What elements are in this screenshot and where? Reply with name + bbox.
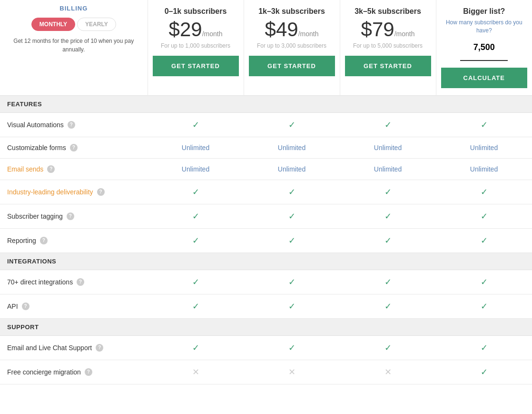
feature-col1: ✓: [148, 294, 244, 318]
feature-col1: ✓: [148, 204, 244, 228]
check-icon: ✓: [192, 302, 199, 311]
unlimited-value: Unlimited: [470, 144, 498, 151]
feature-col1: ✓: [148, 335, 244, 360]
feature-col1: Unlimited: [148, 137, 244, 158]
feature-name: API: [7, 303, 18, 310]
feature-col2: ✓: [244, 228, 340, 252]
plan-3-price: $79/month: [361, 20, 415, 40]
feature-col4: ✓: [436, 294, 532, 318]
feature-col1: ✓: [148, 112, 244, 137]
info-icon[interactable]: ?: [40, 237, 48, 244]
billing-note: Get 12 months for the price of 10 when y…: [7, 37, 140, 54]
info-icon[interactable]: ?: [70, 144, 78, 151]
unlimited-value: Unlimited: [278, 165, 305, 173]
feature-col3: Unlimited: [340, 158, 436, 180]
feature-label-cell: 70+ direct integrations ?: [0, 270, 148, 294]
table-row: API ? ✓ ✓ ✓ ✓: [0, 294, 532, 318]
unlimited-value: Unlimited: [278, 144, 305, 151]
info-icon[interactable]: ?: [97, 188, 105, 196]
feature-col1: ✓: [148, 180, 244, 204]
feature-col1: ✓: [148, 270, 244, 294]
feature-name: Email and Live Chat Support: [7, 344, 92, 352]
plan-col-2: 1k–3k subscribers $49/month For up to 3,…: [244, 0, 340, 95]
bigger-subtitle: How many subscribers do you have?: [441, 19, 528, 35]
check-icon: ✓: [288, 302, 296, 311]
info-icon[interactable]: ?: [96, 344, 103, 352]
info-icon[interactable]: ?: [77, 278, 84, 286]
feature-label-cell: Email and Live Chat Support ?: [0, 335, 148, 360]
feature-col3: ✓: [340, 335, 436, 360]
check-icon: ✓: [384, 212, 392, 221]
check-icon: ✓: [481, 277, 488, 287]
info-icon[interactable]: ?: [67, 212, 74, 220]
check-icon: ✓: [192, 236, 199, 245]
feature-col3: Unlimited: [340, 137, 436, 158]
bigger-title: Bigger list?: [441, 7, 528, 16]
feature-label-cell: Subscriber tagging ?: [0, 204, 148, 228]
unlimited-value: Unlimited: [374, 165, 402, 173]
yearly-toggle[interactable]: YEARLY: [77, 18, 116, 31]
feature-col2: ✓: [244, 204, 340, 228]
check-icon: ✓: [481, 236, 488, 245]
check-icon: ✓: [288, 212, 296, 221]
subscriber-count-input[interactable]: [460, 40, 508, 54]
check-icon: ✓: [288, 343, 296, 353]
billing-toggle[interactable]: MONTHLY YEARLY: [7, 18, 140, 31]
check-icon: ✓: [192, 212, 199, 221]
feature-col4: ✓: [436, 180, 532, 204]
check-icon: ✓: [288, 277, 296, 287]
cross-icon: ✕: [288, 367, 296, 377]
table-row: Visual Automations ? ✓ ✓ ✓ ✓: [0, 112, 532, 137]
plan-2-price: $49/month: [265, 20, 319, 40]
feature-name: Visual Automations: [7, 121, 64, 129]
info-icon[interactable]: ?: [68, 121, 75, 129]
feature-col3: ✓: [340, 228, 436, 252]
check-icon: ✓: [384, 120, 392, 130]
feature-col3: ✓: [340, 180, 436, 204]
calculate-button[interactable]: CALCULATE: [441, 68, 528, 88]
feature-col3: ✓: [340, 112, 436, 137]
feature-label-cell: API ?: [0, 294, 148, 318]
plan-2-cta[interactable]: GET STARTED: [249, 56, 335, 76]
info-icon[interactable]: ?: [22, 303, 30, 310]
table-row: Reporting ? ✓ ✓ ✓ ✓: [0, 228, 532, 252]
feature-col2: ✓: [244, 335, 340, 360]
check-icon: ✓: [384, 343, 392, 353]
feature-col3: ✓: [340, 204, 436, 228]
check-icon: ✓: [481, 302, 488, 311]
table-row: Subscriber tagging ? ✓ ✓ ✓ ✓: [0, 204, 532, 228]
table-row: Industry-leading deliverability ? ✓ ✓ ✓ …: [0, 180, 532, 204]
feature-col1: ✕: [148, 360, 244, 384]
check-icon: ✓: [192, 120, 199, 130]
feature-name: Email sends: [7, 165, 43, 173]
billing-title: BILLING: [7, 5, 140, 12]
check-icon: ✓: [288, 187, 296, 197]
feature-name: 70+ direct integrations: [7, 278, 73, 286]
plan-3-subtext: For up to 5,000 subscribers: [345, 42, 431, 49]
feature-col3: ✓: [340, 294, 436, 318]
section-header-1: INTEGRATIONS: [0, 252, 532, 270]
feature-col4: ✓: [436, 204, 532, 228]
plan-1-cta[interactable]: GET STARTED: [153, 56, 239, 76]
feature-name: Customizable forms: [7, 144, 66, 151]
info-icon[interactable]: ?: [85, 368, 92, 376]
feature-col4: Unlimited: [436, 158, 532, 180]
feature-col2: Unlimited: [244, 158, 340, 180]
plan-1-name: 0–1k subscribers: [153, 7, 239, 16]
feature-name: Industry-leading deliverability: [7, 188, 93, 196]
unlimited-value: Unlimited: [182, 165, 209, 173]
feature-label-cell: Email sends ?: [0, 158, 148, 180]
monthly-toggle[interactable]: MONTHLY: [31, 18, 75, 31]
feature-name: Free concierge migration: [7, 368, 81, 376]
check-icon: ✓: [192, 277, 199, 287]
unlimited-value: Unlimited: [182, 144, 209, 151]
feature-col4: ✓: [436, 270, 532, 294]
plan-3-cta[interactable]: GET STARTED: [345, 56, 431, 76]
feature-label-cell: Free concierge migration ?: [0, 360, 148, 384]
check-icon: ✓: [384, 277, 392, 287]
feature-col2: ✓: [244, 270, 340, 294]
info-icon[interactable]: ?: [47, 165, 55, 173]
plan-col-1: 0–1k subscribers $29/month For up to 1,0…: [148, 0, 244, 95]
check-icon: ✓: [192, 187, 199, 197]
check-icon: ✓: [481, 367, 488, 377]
